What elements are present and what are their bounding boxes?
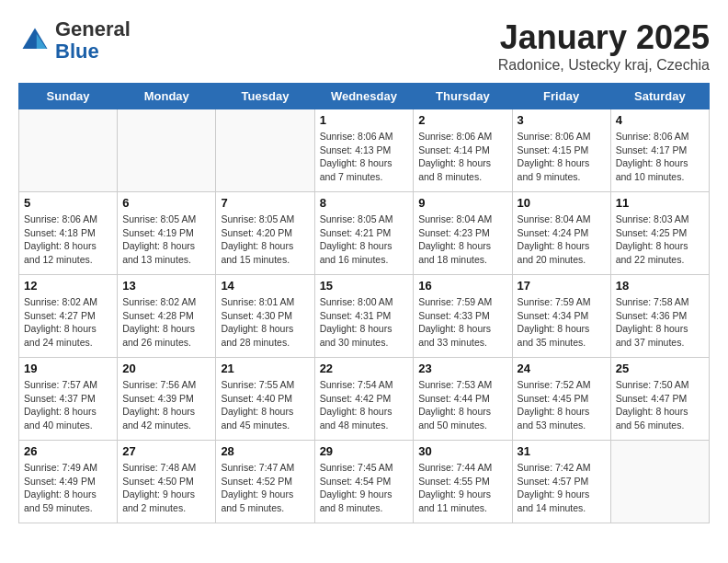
day-number: 2 <box>418 113 506 127</box>
calendar-day-cell: 1Sunrise: 8:06 AM Sunset: 4:13 PM Daylig… <box>314 109 414 192</box>
calendar-day-cell: 5Sunrise: 8:06 AM Sunset: 4:18 PM Daylig… <box>19 192 118 275</box>
day-number: 12 <box>24 279 112 293</box>
day-number: 8 <box>320 196 409 210</box>
calendar-day-cell: 25Sunrise: 7:50 AM Sunset: 4:47 PM Dayli… <box>610 358 709 441</box>
day-info: Sunrise: 8:00 AM Sunset: 4:31 PM Dayligh… <box>320 295 409 350</box>
day-info: Sunrise: 7:48 AM Sunset: 4:50 PM Dayligh… <box>122 461 210 515</box>
weekday-header-sunday: Sunday <box>19 84 118 109</box>
weekday-header-saturday: Saturday <box>610 84 709 109</box>
calendar-day-cell: 15Sunrise: 8:00 AM Sunset: 4:31 PM Dayli… <box>314 275 414 358</box>
logo: General Blue <box>18 18 131 63</box>
calendar-day-cell: 31Sunrise: 7:42 AM Sunset: 4:57 PM Dayli… <box>512 441 610 523</box>
day-info: Sunrise: 8:02 AM Sunset: 4:27 PM Dayligh… <box>24 295 112 350</box>
day-info: Sunrise: 8:06 AM Sunset: 4:18 PM Dayligh… <box>24 213 112 267</box>
weekday-header-tuesday: Tuesday <box>216 84 314 109</box>
calendar-day-cell: 3Sunrise: 8:06 AM Sunset: 4:15 PM Daylig… <box>512 109 610 192</box>
day-info: Sunrise: 7:42 AM Sunset: 4:57 PM Dayligh… <box>518 461 606 515</box>
calendar-day-cell: 28Sunrise: 7:47 AM Sunset: 4:52 PM Dayli… <box>216 441 314 523</box>
day-number: 18 <box>616 279 704 293</box>
day-info: Sunrise: 7:57 AM Sunset: 4:37 PM Dayligh… <box>24 378 112 432</box>
calendar-day-cell: 21Sunrise: 7:55 AM Sunset: 4:40 PM Dayli… <box>216 358 314 441</box>
day-info: Sunrise: 7:59 AM Sunset: 4:34 PM Dayligh… <box>518 295 606 350</box>
calendar-day-cell: 2Sunrise: 8:06 AM Sunset: 4:14 PM Daylig… <box>414 109 512 192</box>
calendar-day-cell: 10Sunrise: 8:04 AM Sunset: 4:24 PM Dayli… <box>512 192 610 275</box>
calendar-day-cell: 9Sunrise: 8:04 AM Sunset: 4:23 PM Daylig… <box>414 192 512 275</box>
day-info: Sunrise: 8:06 AM Sunset: 4:17 PM Dayligh… <box>616 130 704 184</box>
day-number: 31 <box>518 444 606 458</box>
calendar-day-cell: 11Sunrise: 8:03 AM Sunset: 4:25 PM Dayli… <box>610 192 709 275</box>
calendar-day-cell: 29Sunrise: 7:45 AM Sunset: 4:54 PM Dayli… <box>314 441 414 523</box>
day-number: 29 <box>320 444 409 458</box>
day-info: Sunrise: 8:02 AM Sunset: 4:28 PM Dayligh… <box>122 295 210 350</box>
calendar-day-cell: 27Sunrise: 7:48 AM Sunset: 4:50 PM Dayli… <box>118 441 216 523</box>
day-info: Sunrise: 8:06 AM Sunset: 4:13 PM Dayligh… <box>320 130 409 184</box>
calendar-header: SundayMondayTuesdayWednesdayThursdayFrid… <box>19 84 710 109</box>
weekday-header-monday: Monday <box>118 84 216 109</box>
location-subtitle: Radonice, Ustecky kraj, Czechia <box>498 57 710 74</box>
title-block: January 2025 Radonice, Ustecky kraj, Cze… <box>498 18 710 74</box>
day-number: 23 <box>418 362 506 375</box>
calendar-day-cell: 26Sunrise: 7:49 AM Sunset: 4:49 PM Dayli… <box>19 441 118 523</box>
day-info: Sunrise: 8:03 AM Sunset: 4:25 PM Dayligh… <box>616 213 704 267</box>
day-info: Sunrise: 7:47 AM Sunset: 4:52 PM Dayligh… <box>221 461 309 515</box>
day-number: 4 <box>616 113 704 127</box>
day-number: 6 <box>122 196 210 210</box>
day-number: 26 <box>24 444 112 458</box>
day-number: 5 <box>24 196 112 210</box>
day-number: 24 <box>518 362 606 375</box>
day-info: Sunrise: 7:50 AM Sunset: 4:47 PM Dayligh… <box>616 378 704 432</box>
day-info: Sunrise: 8:06 AM Sunset: 4:15 PM Dayligh… <box>518 130 606 184</box>
logo-general: General <box>55 17 131 40</box>
calendar-day-cell <box>610 441 709 523</box>
day-number: 27 <box>122 444 210 458</box>
calendar-day-cell: 4Sunrise: 8:06 AM Sunset: 4:17 PM Daylig… <box>610 109 709 192</box>
day-info: Sunrise: 7:49 AM Sunset: 4:49 PM Dayligh… <box>24 461 112 515</box>
day-number: 15 <box>320 279 409 293</box>
day-info: Sunrise: 7:55 AM Sunset: 4:40 PM Dayligh… <box>221 378 309 432</box>
calendar-week-row: 5Sunrise: 8:06 AM Sunset: 4:18 PM Daylig… <box>19 192 710 275</box>
weekday-header-friday: Friday <box>512 84 610 109</box>
calendar-day-cell: 17Sunrise: 7:59 AM Sunset: 4:34 PM Dayli… <box>512 275 610 358</box>
calendar-day-cell: 8Sunrise: 8:05 AM Sunset: 4:21 PM Daylig… <box>314 192 414 275</box>
day-number: 16 <box>418 279 506 293</box>
calendar-week-row: 26Sunrise: 7:49 AM Sunset: 4:49 PM Dayli… <box>19 441 710 523</box>
day-number: 17 <box>518 279 606 293</box>
day-number: 21 <box>221 362 309 375</box>
day-number: 22 <box>320 362 409 375</box>
calendar-day-cell: 24Sunrise: 7:52 AM Sunset: 4:45 PM Dayli… <box>512 358 610 441</box>
logo-blue: Blue <box>55 40 99 63</box>
calendar-body: 1Sunrise: 8:06 AM Sunset: 4:13 PM Daylig… <box>19 109 710 523</box>
calendar-table: SundayMondayTuesdayWednesdayThursdayFrid… <box>18 83 710 523</box>
calendar-day-cell: 14Sunrise: 8:01 AM Sunset: 4:30 PM Dayli… <box>216 275 314 358</box>
calendar-day-cell: 12Sunrise: 8:02 AM Sunset: 4:27 PM Dayli… <box>19 275 118 358</box>
calendar-day-cell: 19Sunrise: 7:57 AM Sunset: 4:37 PM Dayli… <box>19 358 118 441</box>
day-number: 30 <box>418 444 506 458</box>
month-title: January 2025 <box>498 18 710 57</box>
day-info: Sunrise: 8:01 AM Sunset: 4:30 PM Dayligh… <box>221 295 309 350</box>
weekday-header-wednesday: Wednesday <box>314 84 414 109</box>
day-info: Sunrise: 8:04 AM Sunset: 4:23 PM Dayligh… <box>418 213 506 267</box>
day-info: Sunrise: 7:56 AM Sunset: 4:39 PM Dayligh… <box>122 378 210 432</box>
calendar-day-cell: 6Sunrise: 8:05 AM Sunset: 4:19 PM Daylig… <box>118 192 216 275</box>
day-number: 14 <box>221 279 309 293</box>
day-number: 9 <box>418 196 506 210</box>
day-number: 19 <box>24 362 112 375</box>
calendar-day-cell <box>216 109 314 192</box>
logo-text: General Blue <box>55 18 131 63</box>
calendar-day-cell: 30Sunrise: 7:44 AM Sunset: 4:55 PM Dayli… <box>414 441 512 523</box>
calendar-day-cell: 23Sunrise: 7:53 AM Sunset: 4:44 PM Dayli… <box>414 358 512 441</box>
calendar-day-cell: 20Sunrise: 7:56 AM Sunset: 4:39 PM Dayli… <box>118 358 216 441</box>
calendar-week-row: 19Sunrise: 7:57 AM Sunset: 4:37 PM Dayli… <box>19 358 710 441</box>
day-info: Sunrise: 7:45 AM Sunset: 4:54 PM Dayligh… <box>320 461 409 515</box>
day-info: Sunrise: 7:52 AM Sunset: 4:45 PM Dayligh… <box>518 378 606 432</box>
calendar-day-cell: 18Sunrise: 7:58 AM Sunset: 4:36 PM Dayli… <box>610 275 709 358</box>
day-number: 7 <box>221 196 309 210</box>
calendar-day-cell: 16Sunrise: 7:59 AM Sunset: 4:33 PM Dayli… <box>414 275 512 358</box>
day-info: Sunrise: 7:44 AM Sunset: 4:55 PM Dayligh… <box>418 461 506 515</box>
weekday-header-thursday: Thursday <box>414 84 512 109</box>
day-info: Sunrise: 7:59 AM Sunset: 4:33 PM Dayligh… <box>418 295 506 350</box>
calendar-day-cell <box>19 109 118 192</box>
calendar-day-cell: 7Sunrise: 8:05 AM Sunset: 4:20 PM Daylig… <box>216 192 314 275</box>
weekday-row: SundayMondayTuesdayWednesdayThursdayFrid… <box>19 84 710 109</box>
day-info: Sunrise: 7:54 AM Sunset: 4:42 PM Dayligh… <box>320 378 409 432</box>
